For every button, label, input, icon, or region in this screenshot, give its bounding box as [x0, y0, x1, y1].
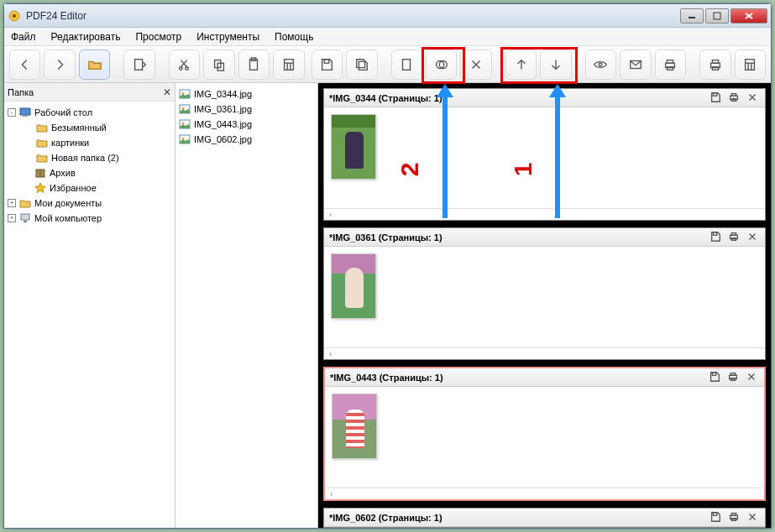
delete-button[interactable]	[460, 50, 491, 80]
print-button[interactable]	[655, 50, 686, 80]
doc-save-icon[interactable]	[710, 91, 723, 105]
doc-close-icon[interactable]	[746, 91, 760, 105]
image-file-icon	[179, 88, 191, 100]
doc-print-icon[interactable]	[728, 511, 741, 524]
app-window: PDF24 Editor Файл Редактировать Просмотр…	[3, 3, 772, 529]
file-item[interactable]: IMG_0344.jpg	[179, 86, 314, 102]
menu-view[interactable]: Просмотр	[135, 31, 181, 43]
tree-node-mycomputer[interactable]: + Мой компьютер	[6, 211, 173, 226]
document-preview-panel[interactable]: *IMG_0344 (Страницы: 1) ‹ *IMG_0361 (Стр…	[318, 83, 771, 528]
back-button[interactable]	[9, 50, 40, 80]
page-thumbnail[interactable]	[331, 253, 376, 319]
scroll-left-icon[interactable]: ‹	[325, 488, 764, 499]
doc-save-icon[interactable]	[709, 371, 722, 384]
document-title: *IMG_0361 (Страницы: 1)	[329, 232, 442, 243]
app-icon	[8, 9, 21, 23]
tree-node-newfolder[interactable]: Новая папка (2)	[6, 150, 173, 165]
doc-save-icon[interactable]	[710, 231, 723, 244]
svg-rect-33	[20, 108, 30, 115]
tree-node-favorites[interactable]: Избранное	[6, 180, 173, 196]
page-thumbnail[interactable]	[331, 114, 376, 180]
document-title: *IMG_0344 (Страницы: 1)	[329, 93, 442, 103]
menu-file[interactable]: Файл	[11, 31, 36, 43]
collapse-icon[interactable]: -	[8, 108, 16, 117]
minimize-button[interactable]	[680, 8, 704, 23]
doc-close-icon[interactable]	[746, 371, 759, 384]
image-file-icon	[179, 133, 191, 145]
save-button[interactable]	[312, 50, 343, 80]
doc-close-icon[interactable]	[746, 511, 760, 524]
print-all-button[interactable]	[699, 50, 730, 80]
page-thumbnail[interactable]	[332, 394, 377, 459]
scroll-left-icon[interactable]: ‹	[324, 347, 765, 359]
desktop-icon	[19, 107, 31, 118]
folder-tree[interactable]: - Рабочий стол Безымянный картинки Новая…	[4, 102, 175, 528]
file-item[interactable]: IMG_0602.jpg	[179, 132, 314, 147]
calc-button-1[interactable]	[273, 50, 304, 80]
preview-button[interactable]	[585, 50, 616, 80]
folder-icon	[36, 152, 48, 164]
document-card[interactable]: *IMG_0443 (Страницы: 1) ‹	[323, 367, 766, 501]
menu-tools[interactable]: Инструменты	[196, 31, 259, 43]
tree-node-archive[interactable]: Архив	[6, 165, 173, 180]
document-title: *IMG_0443 (Страницы: 1)	[330, 373, 443, 383]
forward-button[interactable]	[44, 50, 75, 80]
folder-tree-panel: Папка ✕ - Рабочий стол Безымянный картин…	[4, 83, 175, 528]
tree-node-mydocs[interactable]: + Мои документы	[6, 196, 173, 211]
file-item[interactable]: IMG_0443.jpg	[179, 117, 314, 132]
scroll-left-icon[interactable]: ‹	[324, 208, 765, 220]
svg-rect-47	[713, 92, 716, 96]
cut-button[interactable]	[169, 50, 200, 80]
panel-close-icon[interactable]: ✕	[163, 86, 171, 98]
move-up-button[interactable]	[505, 50, 537, 80]
close-button[interactable]	[730, 8, 767, 23]
svg-rect-59	[713, 512, 716, 515]
paste-button[interactable]	[238, 50, 270, 80]
svg-rect-24	[668, 60, 673, 63]
new-doc-button[interactable]	[123, 50, 154, 80]
menubar: Файл Редактировать Просмотр Инструменты …	[4, 28, 771, 46]
calc-button-2[interactable]	[735, 50, 766, 80]
svg-rect-37	[21, 214, 29, 220]
svg-rect-34	[23, 116, 28, 117]
window-title: PDF24 Editor	[26, 10, 680, 22]
doc-close-icon[interactable]	[746, 231, 760, 244]
star-icon	[34, 182, 46, 194]
copy-button[interactable]	[203, 50, 234, 80]
doc-save-icon[interactable]	[710, 511, 723, 524]
tree-node-pictures[interactable]: картинки	[6, 135, 173, 150]
open-folder-button[interactable]	[79, 50, 110, 80]
expand-icon[interactable]: +	[8, 199, 16, 207]
move-down-button[interactable]	[540, 50, 571, 80]
maximize-button[interactable]	[705, 8, 729, 23]
document-header: *IMG_0443 (Страницы: 1)	[325, 368, 764, 387]
email-button[interactable]	[620, 50, 651, 80]
doc-print-icon[interactable]	[728, 91, 741, 105]
svg-rect-49	[731, 93, 736, 96]
svg-rect-51	[713, 232, 716, 235]
document-card[interactable]: *IMG_0602 (Страницы: 1)	[323, 508, 766, 528]
doc-print-icon[interactable]	[727, 371, 741, 384]
menu-edit[interactable]: Редактировать	[51, 31, 121, 43]
file-item[interactable]: IMG_0361.jpg	[179, 102, 314, 117]
doc-print-icon[interactable]	[728, 231, 741, 244]
svg-rect-25	[668, 66, 673, 70]
svg-rect-18	[403, 59, 411, 70]
merge-button[interactable]	[426, 50, 457, 80]
svg-rect-38	[24, 221, 27, 222]
document-card[interactable]: *IMG_0361 (Страницы: 1) ‹	[323, 227, 766, 360]
image-file-icon	[179, 118, 191, 130]
document-card[interactable]: *IMG_0344 (Страницы: 1) ‹	[323, 88, 766, 221]
blank-page-button[interactable]	[391, 50, 422, 80]
tree-node-desktop[interactable]: - Рабочий стол	[6, 105, 173, 120]
menu-help[interactable]: Помощь	[275, 31, 313, 43]
titlebar: PDF24 Editor	[4, 4, 771, 28]
save-all-button[interactable]	[346, 50, 377, 80]
documents-icon	[19, 197, 31, 209]
tree-node-untitled[interactable]: Безымянный	[6, 120, 173, 135]
svg-rect-17	[325, 59, 329, 63]
svg-rect-29	[746, 59, 755, 70]
svg-rect-13	[285, 59, 294, 70]
expand-icon[interactable]: +	[8, 214, 16, 222]
folder-icon	[36, 122, 48, 133]
